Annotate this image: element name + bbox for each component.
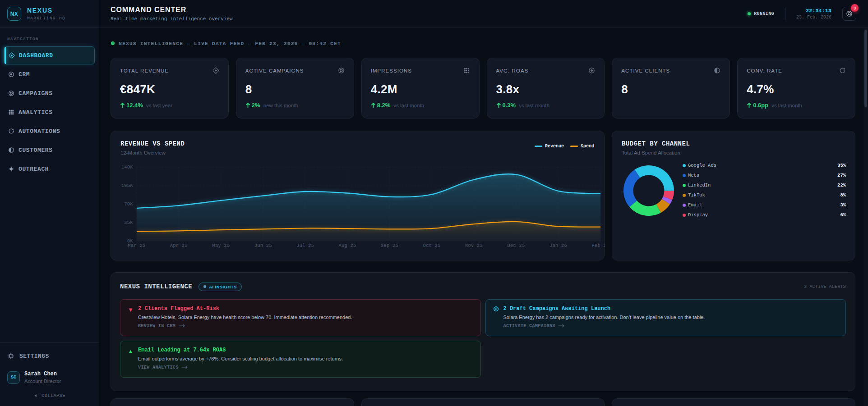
svg-text:105K: 105K — [121, 183, 133, 188]
svg-text:Sep 25: Sep 25 — [381, 243, 398, 248]
svg-text:Jul 25: Jul 25 — [296, 243, 314, 248]
svg-text:Jun 25: Jun 25 — [254, 243, 272, 248]
svg-text:Aug 25: Aug 25 — [339, 243, 356, 248]
svg-text:Apr 25: Apr 25 — [170, 243, 188, 248]
svg-text:May 25: May 25 — [212, 243, 230, 248]
svg-text:70K: 70K — [124, 202, 133, 207]
svg-text:Feb 26: Feb 26 — [591, 243, 605, 248]
svg-text:35K: 35K — [124, 220, 133, 225]
svg-text:Nov 25: Nov 25 — [465, 243, 483, 248]
svg-text:140K: 140K — [121, 165, 133, 170]
svg-text:Jan 26: Jan 26 — [549, 243, 567, 248]
svg-text:Dec 25: Dec 25 — [508, 243, 525, 248]
svg-text:Mar 25: Mar 25 — [128, 243, 145, 248]
svg-text:Oct 25: Oct 25 — [423, 243, 441, 248]
